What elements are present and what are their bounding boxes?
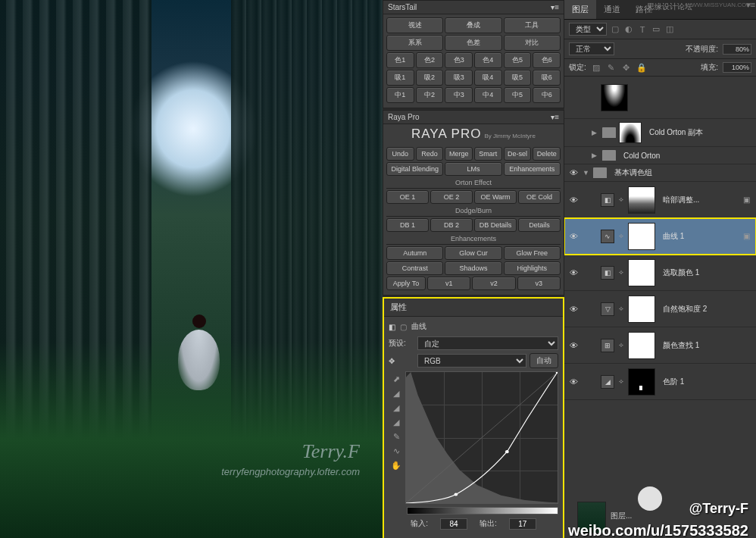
st-btn[interactable]: 吸1 [386,70,414,86]
st-btn[interactable]: 中2 [416,87,444,103]
layer-row[interactable]: 👁 ⊞ ⟡ 颜色查找 1 [564,327,756,364]
db1-button[interactable]: DB 1 [386,218,429,232]
layer-mask-thumb[interactable] [628,223,655,250]
filter-pixel-icon[interactable]: ▢ [610,24,620,34]
st-btn[interactable]: 吸4 [474,70,502,86]
glowfree-button[interactable]: Glow Free [504,246,561,260]
layer-row[interactable]: 👁 ▽ ⟡ 自然饱和度 2 [564,291,756,327]
visibility-icon[interactable]: 👁 [567,195,579,205]
st-btn[interactable]: 吸6 [533,70,561,86]
tab-enhancements[interactable]: Enhancements [504,162,561,176]
curves-graph[interactable] [405,371,558,504]
link-icon[interactable]: ⟡ [617,341,625,349]
st-btn[interactable]: 中3 [445,87,473,103]
st-btn[interactable]: 吸3 [445,70,473,86]
channel-select[interactable]: RGB [417,354,526,368]
filter-type-icon[interactable]: T [637,25,648,34]
st-btn[interactable]: 中5 [504,87,532,103]
lock-pos-icon[interactable]: ✥ [621,63,632,73]
st-btn[interactable]: 中6 [533,87,561,103]
lock-all-icon[interactable]: 🔒 [636,63,647,73]
highlights-button[interactable]: Highlights [504,261,561,275]
eyedrop-black-icon[interactable]: ◢ [389,389,404,399]
panel-menu-icon[interactable]: ▾≡ [551,113,559,121]
visibility-icon[interactable]: 👁 [567,305,579,314]
panel-menu-icon[interactable]: ▾≡ [551,3,559,11]
layer-mask-thumb[interactable] [601,84,628,111]
eyedrop-white-icon[interactable]: ◢ [389,418,404,427]
blend-mode-select[interactable]: 正常 [569,42,614,55]
layer-mask-thumb[interactable] [628,259,655,286]
autumn-button[interactable]: Autumn [386,246,443,260]
output-field[interactable] [509,518,536,530]
layer-mask-thumb[interactable] [619,122,642,143]
st-btn[interactable]: 中1 [386,87,414,103]
st-btn[interactable]: 色4 [474,52,502,68]
input-field[interactable] [440,518,467,530]
tab-digital-blending[interactable]: Digital Blending [386,162,443,176]
dbdetails-button[interactable]: DB Details [474,218,517,232]
hand-icon[interactable]: ✋ [389,461,404,471]
tab-lms[interactable]: LMs [445,162,501,176]
st-btn[interactable]: 色3 [445,52,473,68]
shadows-button[interactable]: Shadows [445,261,501,275]
channel-eyedrop-icon[interactable]: ✥ [389,357,414,365]
oecold-button[interactable]: OE Cold [518,190,561,204]
eyedrop-gray-icon[interactable]: ◢ [389,403,404,413]
oewarm-button[interactable]: OE Warm [474,190,517,204]
layer-row-selected[interactable]: 👁 ∿ ⟡ 曲线 1 ▣ [564,218,756,255]
disclosure-icon[interactable]: ▼ [583,169,590,177]
st-btn[interactable]: 色差 [445,35,501,51]
layer-mask-thumb[interactable] [628,332,655,359]
visibility-icon[interactable]: 👁 [567,341,579,350]
glowcur-button[interactable]: Glow Cur [445,246,501,260]
details-button[interactable]: Details [518,218,561,232]
link-icon[interactable]: ⟡ [617,232,625,240]
redo-button[interactable]: Redo [416,147,444,161]
st-btn[interactable]: 色5 [504,52,532,68]
apply-v1[interactable]: v1 [427,277,470,290]
layer-group-row[interactable]: ▶ Cold Orton [564,147,756,164]
auto-button[interactable]: 自动 [530,353,558,368]
st-btn[interactable]: 色1 [386,52,414,68]
layer-row[interactable]: 👁 ◧ ⟡ 暗部调整... ▣ [564,182,756,218]
filter-adj-icon[interactable]: ◐ [623,24,634,34]
st-btn[interactable]: 中4 [474,87,502,103]
apply-v2[interactable]: v2 [472,277,515,290]
desel-button[interactable]: De-sel [504,147,532,161]
contrast-button[interactable]: Contrast [386,261,443,275]
delete-button[interactable]: Delete [533,147,561,161]
layer-mask-thumb[interactable] [628,186,655,214]
lock-trans-icon[interactable]: ▨ [591,63,601,73]
st-btn[interactable]: 视述 [386,17,443,33]
st-btn[interactable]: 吸2 [416,70,444,86]
lock-pixel-icon[interactable]: ✎ [606,63,617,73]
point-tool-icon[interactable]: ⬈ [389,374,404,384]
st-btn[interactable]: 叠成 [445,17,501,33]
disclosure-icon[interactable]: ▶ [592,152,599,159]
layer-group-row[interactable]: 👁 ▼ 基本调色组 [564,164,756,182]
st-btn[interactable]: 吸5 [504,70,532,86]
fill-input[interactable] [723,62,751,73]
st-btn[interactable]: 系系 [386,35,443,51]
merge-button[interactable]: Merge [445,147,473,161]
visibility-icon[interactable]: 👁 [567,268,579,277]
layer-mask-thumb[interactable] [628,368,655,396]
preset-select[interactable]: 自定 [417,336,558,350]
visibility-icon[interactable]: 👁 [567,232,579,241]
visibility-icon[interactable]: 👁 [567,168,579,177]
tab-channels[interactable]: 通道 [596,0,628,19]
layer-group-row[interactable]: ▶ Cold Orton 副本 [564,119,756,147]
layer-row[interactable]: 👁 ◧ ⟡ 选取颜色 1 [564,255,756,291]
disclosure-icon[interactable]: ▶ [592,129,599,136]
db2-button[interactable]: DB 2 [430,218,473,232]
filter-kind-select[interactable]: 类型 [569,23,607,36]
visibility-icon[interactable]: 👁 [567,377,579,386]
link-icon[interactable]: ⟡ [617,268,625,277]
layer-row[interactable] [564,77,756,119]
undo-button[interactable]: Undo [386,147,414,161]
smooth-icon[interactable]: ∿ [389,446,404,456]
opacity-input[interactable] [723,44,751,55]
smart-button[interactable]: Smart [474,147,502,161]
apply-v3[interactable]: v3 [517,277,561,290]
